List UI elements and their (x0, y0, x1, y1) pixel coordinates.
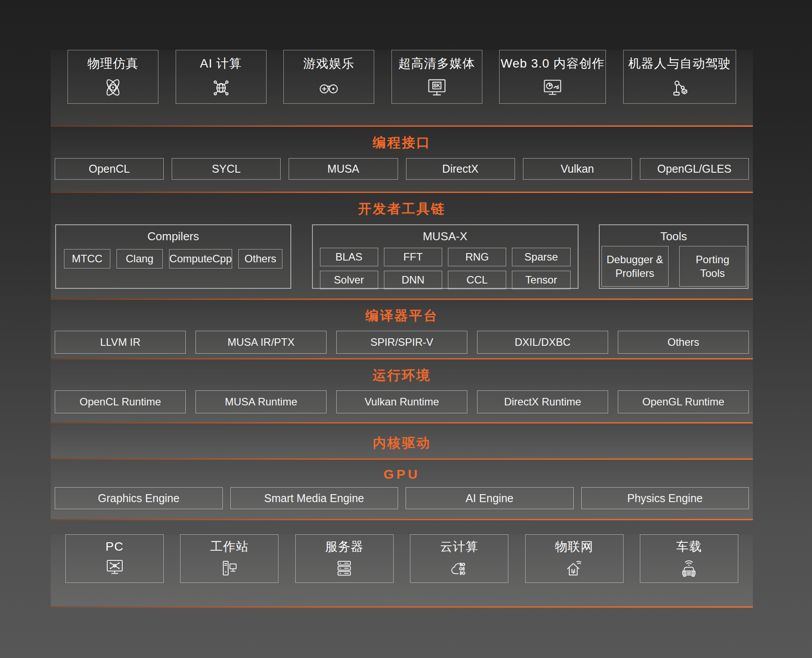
monitor-8k-icon: 8K (425, 76, 448, 99)
device-label: 物联网 (555, 538, 594, 555)
api-box: SYCL (172, 158, 281, 180)
device-box-pc: PC (65, 534, 164, 583)
engine-box: Graphics Engine (55, 487, 223, 509)
compiler-box: ComputeCpp (169, 249, 232, 268)
app-box-robotics-autonomous: 机器人与自动驾驶 (623, 50, 736, 104)
api-box: Vulkan (523, 158, 632, 180)
app-label: AI 计算 (200, 55, 242, 72)
robot-arm-icon (668, 76, 691, 99)
tools-row: Debugger & Profilers Porting Tools (600, 246, 748, 287)
toolchain-groups-row: Compilers MTCC Clang ComputeCpp Others M… (51, 224, 753, 289)
section-title: 开发者工具链 (51, 193, 753, 218)
tools-group: Tools Debugger & Profilers Porting Tools (599, 224, 748, 289)
atom-icon (102, 76, 124, 99)
section-title: GPU (51, 460, 753, 482)
library-box: Sparse (512, 248, 570, 266)
runtime-box: OpenGL Runtime (618, 390, 749, 413)
library-box: RNG (448, 248, 506, 266)
gpu-engines-row: Graphics Engine Smart Media Engine AI En… (51, 487, 753, 509)
app-label: 物理仿真 (87, 55, 139, 72)
runtime-box: MUSA Runtime (195, 390, 327, 413)
device-label: 服务器 (325, 538, 364, 555)
engine-box: AI Engine (406, 487, 574, 509)
runtime-box: DirectX Runtime (477, 390, 608, 413)
server-icon (334, 558, 355, 579)
section-title: 内核驱动 (51, 424, 753, 452)
programming-interfaces-row: OpenCL SYCL MUSA DirectX Vulkan OpenGL/G… (51, 158, 753, 180)
device-box-server: 服务器 (295, 534, 394, 583)
applications-row: 物理仿真 AI 计算 (51, 50, 753, 104)
ir-box: LLVM IR (55, 331, 186, 354)
section-title: 编程接口 (51, 127, 753, 152)
app-box-ai-computing: AI 计算 (176, 50, 267, 104)
ir-box: SPIR/SPIR-V (336, 331, 467, 354)
section-gpu: GPU Graphics Engine Smart Media Engine A… (51, 460, 753, 520)
app-box-physics-simulation: 物理仿真 (68, 50, 158, 104)
compilers-row: MTCC Clang ComputeCpp Others (56, 249, 290, 268)
section-developer-toolchain: 开发者工具链 Compilers MTCC Clang ComputeCpp O… (51, 193, 753, 300)
app-box-gaming: 游戏娱乐 (283, 50, 374, 104)
app-label: Web 3.0 内容创作 (501, 55, 605, 72)
runtime-box: Vulkan Runtime (336, 390, 467, 413)
device-label: 工作站 (210, 538, 248, 555)
device-box-iot: 物联网 (525, 534, 624, 583)
gamepad-icon (317, 76, 340, 99)
applications-section: 物理仿真 AI 计算 (51, 50, 753, 127)
device-label: PC (105, 540, 124, 554)
api-box: DirectX (406, 158, 515, 180)
library-box: Tensor (512, 271, 570, 289)
section-compiler-platform: 编译器平台 LLVM IR MUSA IR/PTX SPIR/SPIR-V DX… (51, 300, 753, 359)
ir-box: DXIL/DXBC (477, 331, 608, 354)
device-box-cloud-computing: 云计算 (410, 534, 508, 583)
group-title: MUSA-X (313, 230, 578, 243)
pc-icon (104, 556, 125, 578)
app-box-uhd-multimedia: 超高清多媒体 8K (391, 50, 482, 104)
library-box: CCL (448, 271, 506, 289)
group-title: Compilers (56, 230, 290, 243)
api-box: OpenCL (55, 158, 164, 180)
app-box-web3-content: Web 3.0 内容创作 (499, 50, 606, 104)
compiler-box: MTCC (64, 249, 110, 268)
tool-box: Porting Tools (679, 246, 746, 287)
api-box: MUSA (289, 158, 398, 180)
api-box: OpenGL/GLES (640, 158, 749, 180)
app-label: 超高清多媒体 (398, 55, 475, 72)
tool-box: Debugger & Profilers (601, 246, 669, 287)
connected-car-icon (678, 558, 699, 579)
device-box-workstation: 工作站 (180, 534, 278, 583)
runtime-box: OpenCL Runtime (55, 390, 186, 413)
section-title: 运行环境 (51, 359, 753, 385)
cloud-computing-icon (449, 558, 470, 579)
compilers-group: Compilers MTCC Clang ComputeCpp Others (55, 224, 291, 289)
compiler-box: Others (238, 249, 282, 268)
device-label: 云计算 (440, 538, 478, 555)
ai-network-icon (210, 76, 233, 99)
library-box: DNN (384, 271, 442, 289)
content-creation-icon (541, 76, 564, 99)
compiler-platform-row: LLVM IR MUSA IR/PTX SPIR/SPIR-V DXIL/DXB… (51, 331, 753, 354)
library-box: FFT (384, 248, 442, 266)
ir-box: MUSA IR/PTX (195, 331, 327, 354)
app-label: 游戏娱乐 (303, 55, 354, 72)
devices-row: PC 工作站 (51, 534, 753, 583)
engine-box: Physics Engine (581, 487, 749, 509)
group-title: Tools (600, 230, 748, 243)
svg-text:8K: 8K (433, 83, 440, 89)
section-runtime-environment: 运行环境 OpenCL Runtime MUSA Runtime Vulkan … (51, 359, 753, 424)
musa-x-grid: BLAS FFT RNG Sparse Solver DNN CCL Tenso… (313, 248, 578, 289)
runtime-row: OpenCL Runtime MUSA Runtime Vulkan Runti… (51, 390, 753, 413)
library-box: Solver (320, 271, 378, 289)
section-title: 编译器平台 (51, 300, 753, 325)
device-box-vehicle: 车载 (640, 534, 738, 583)
compiler-box: Clang (117, 249, 163, 268)
device-label: 车载 (676, 538, 702, 555)
musa-x-group: MUSA-X BLAS FFT RNG Sparse Solver DNN CC… (312, 224, 579, 289)
workstation-icon (219, 558, 240, 579)
devices-section: PC 工作站 (51, 534, 753, 608)
section-kernel-driver: 内核驱动 (51, 424, 753, 460)
musa-architecture-diagram: 物理仿真 AI 计算 (51, 42, 753, 608)
engine-box: Smart Media Engine (230, 487, 398, 509)
iot-icon (564, 558, 585, 579)
section-programming-interfaces: 编程接口 OpenCL SYCL MUSA DirectX Vulkan Ope… (51, 127, 753, 193)
app-label: 机器人与自动驾驶 (628, 55, 731, 72)
